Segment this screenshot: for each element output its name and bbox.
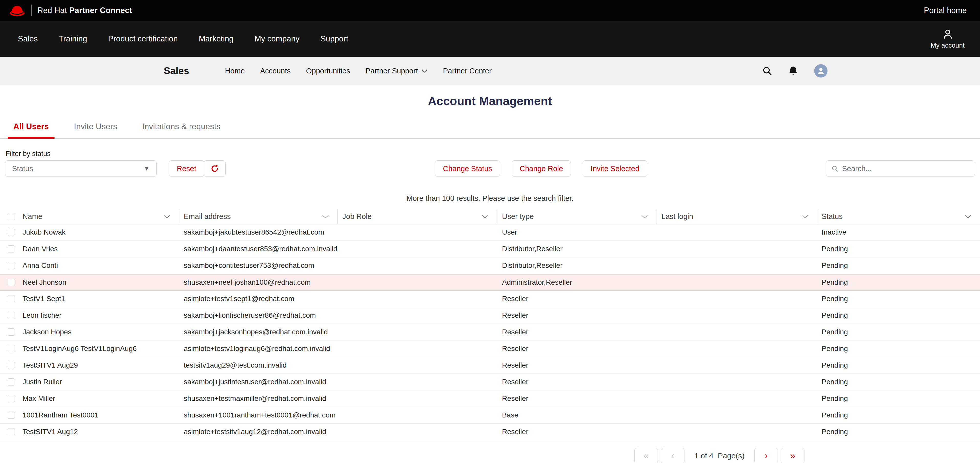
column-header-name[interactable]: Name — [18, 209, 179, 224]
nav-item-marketing[interactable]: Marketing — [199, 34, 234, 43]
change-role-button[interactable]: Change Role — [512, 161, 571, 177]
nav-item-my-company[interactable]: My company — [255, 34, 300, 43]
page-info: 1 of 4 Page(s) — [694, 452, 745, 460]
column-label: Email address — [184, 212, 231, 221]
row-checkbox-cell — [0, 412, 18, 419]
users-table: Name Email address Job Role User type La… — [0, 209, 980, 440]
select-all-checkbox[interactable] — [8, 213, 15, 220]
my-account-menu[interactable]: My account — [931, 29, 965, 49]
invite-selected-button[interactable]: Invite Selected — [582, 161, 647, 177]
chevron-down-icon — [641, 215, 648, 218]
results-notice: More than 100 results. Please use the se… — [0, 194, 980, 203]
reset-button[interactable]: Reset — [169, 161, 204, 177]
row-checkbox-cell — [0, 378, 18, 385]
column-label: User type — [502, 212, 534, 221]
portal-home-link[interactable]: Portal home — [924, 6, 967, 15]
previous-page-button[interactable]: ‹ — [661, 448, 684, 463]
status-filter-dropdown[interactable]: Status ▼ — [5, 161, 157, 177]
subnav-item-partner-center[interactable]: Partner Center — [443, 67, 492, 75]
notifications-bell-icon[interactable] — [788, 66, 798, 76]
row-checkbox[interactable] — [8, 362, 15, 369]
tab-bar: All Users Invite Users Invitations & req… — [0, 122, 980, 138]
search-input-icon — [831, 165, 838, 172]
cell-name: TestSITV1 Aug12 — [18, 428, 179, 436]
cell-name: Anna Conti — [18, 261, 179, 270]
nav-item-product-certification[interactable]: Product certification — [108, 34, 178, 43]
nav-item-sales[interactable]: Sales — [18, 34, 38, 43]
row-checkbox[interactable] — [8, 312, 15, 319]
row-checkbox[interactable] — [8, 428, 15, 435]
search-input[interactable] — [842, 164, 969, 173]
nav-item-support[interactable]: Support — [320, 34, 348, 43]
cell-status: Pending — [817, 378, 980, 386]
tab-all-users[interactable]: All Users — [8, 122, 54, 138]
cell-name: Jackson Hopes — [18, 328, 179, 336]
column-header-email[interactable]: Email address — [179, 209, 338, 224]
column-header-status[interactable]: Status — [817, 209, 980, 224]
row-checkbox[interactable] — [8, 295, 15, 302]
bulk-action-buttons: Change Status Change Role Invite Selecte… — [404, 161, 647, 177]
cell-email: sakamboj+daantestuser853@redhat.com.inva… — [179, 245, 338, 253]
column-header-job-role[interactable]: Job Role — [338, 209, 498, 224]
select-all-cell — [0, 209, 18, 224]
row-checkbox[interactable] — [8, 412, 15, 419]
table-row: TestSITV1 Aug12 asimlote+testsitv1aug12@… — [0, 423, 980, 440]
cell-user-type: Distributor,Reseller — [498, 261, 657, 270]
table-header-row: Name Email address Job Role User type La… — [0, 209, 980, 224]
cell-name: Daan Vries — [18, 245, 179, 253]
row-checkbox[interactable] — [8, 245, 15, 253]
cell-email: sakamboj+jacksonhopes@redhat.com.invalid — [179, 328, 338, 336]
cell-status: Inactive — [817, 228, 980, 236]
first-page-button[interactable]: « — [634, 448, 658, 463]
row-checkbox[interactable] — [8, 345, 15, 352]
brand-prefix: Red Hat — [37, 6, 67, 15]
column-label: Status — [822, 212, 843, 221]
brand-text: Red Hat Partner Connect — [37, 6, 132, 15]
cell-status: Pending — [817, 361, 980, 369]
subnav-item-partner-support[interactable]: Partner Support — [365, 67, 428, 75]
change-status-button[interactable]: Change Status — [435, 161, 500, 177]
cell-user-type: Distributor,Reseller — [498, 245, 657, 253]
row-checkbox-cell — [0, 245, 18, 253]
cell-email: sakamboj+justintestuser@redhat.com.inval… — [179, 378, 338, 386]
row-checkbox[interactable] — [8, 279, 15, 286]
redhat-partner-connect-logo[interactable]: Red Hat Partner Connect — [9, 4, 132, 17]
column-header-last-login[interactable]: Last login — [657, 209, 817, 224]
refresh-button[interactable] — [204, 161, 226, 177]
table-row: Daan Vries sakamboj+daantestuser853@redh… — [0, 241, 980, 257]
chevron-down-icon — [322, 215, 329, 218]
cell-email: sakamboj+jakubtestuser86542@redhat.com — [179, 228, 338, 236]
user-avatar[interactable] — [814, 64, 827, 78]
nav-item-training[interactable]: Training — [59, 34, 87, 43]
person-icon — [942, 29, 953, 40]
row-checkbox-cell — [0, 229, 18, 236]
search-icon[interactable] — [762, 66, 772, 76]
row-checkbox[interactable] — [8, 229, 15, 236]
tab-invite-users[interactable]: Invite Users — [68, 122, 123, 138]
chevron-down-icon — [422, 69, 428, 73]
row-checkbox[interactable] — [8, 328, 15, 336]
column-header-user-type[interactable]: User type — [498, 209, 657, 224]
table-row: Neel Jhonson shusaxen+neel-joshan100@red… — [0, 274, 980, 291]
subnav-item-accounts[interactable]: Accounts — [260, 67, 291, 75]
last-page-button[interactable]: » — [781, 448, 805, 463]
dropdown-caret-icon: ▼ — [143, 165, 150, 172]
cell-name: Justin Ruller — [18, 378, 179, 386]
cell-user-type: User — [498, 228, 657, 236]
table-row: Jackson Hopes sakamboj+jacksonhopes@redh… — [0, 324, 980, 340]
row-checkbox[interactable] — [8, 378, 15, 385]
cell-user-type: Reseller — [498, 378, 657, 386]
row-checkbox[interactable] — [8, 395, 15, 402]
row-checkbox[interactable] — [8, 262, 15, 269]
cell-status: Pending — [817, 395, 980, 403]
cell-status: Pending — [817, 295, 980, 303]
sales-sub-navigation: Sales Home Accounts Opportunities Partne… — [0, 57, 980, 85]
subnav-item-home[interactable]: Home — [225, 67, 245, 75]
chevron-down-icon — [965, 215, 971, 218]
row-checkbox-cell — [0, 262, 18, 269]
tab-invitations-requests[interactable]: Invitations & requests — [137, 122, 226, 138]
subnav-item-opportunities[interactable]: Opportunities — [306, 67, 350, 75]
next-page-button[interactable]: › — [754, 448, 778, 463]
cell-email: shusaxen+neel-joshan100@redhat.com — [179, 278, 338, 286]
row-checkbox-cell — [0, 328, 18, 336]
